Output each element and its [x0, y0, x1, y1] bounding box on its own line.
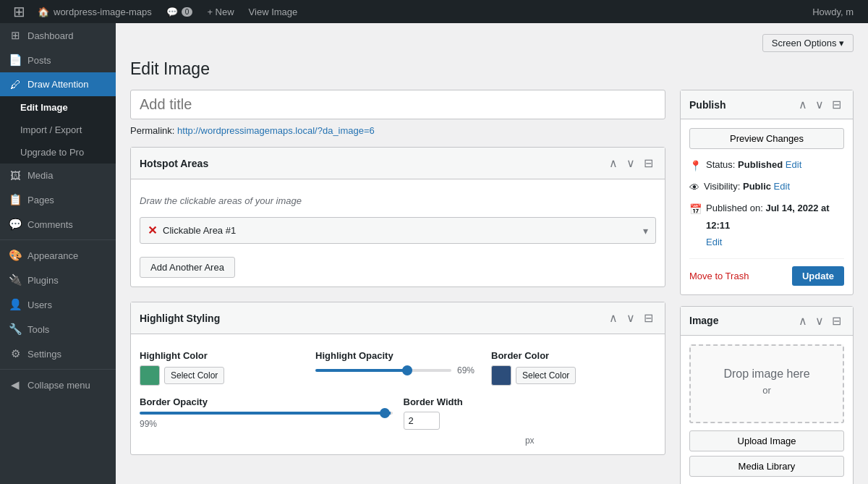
publish-meta: 📍 Status: Published Edit — [689, 156, 844, 251]
image-drop-zone[interactable]: Drop image here or — [689, 344, 844, 423]
published-edit-link[interactable]: Edit — [706, 237, 722, 247]
comments-badge: 0 — [182, 7, 193, 17]
status-row: 📍 Status: Published Edit — [689, 156, 844, 175]
visibility-label: Visibility: — [704, 181, 740, 192]
add-another-area-btn[interactable]: Add Another Area — [140, 257, 235, 278]
sidebar-item-label: Dashboard — [27, 30, 74, 41]
styling-collapse-up-btn[interactable]: ∧ — [606, 310, 621, 326]
border-color-swatch[interactable] — [491, 365, 511, 386]
image-panel-header: Image ∧ ∨ ⊟ — [681, 307, 853, 336]
border-color-label: Border Color — [491, 350, 656, 361]
howdy-text: Howdy, m — [812, 7, 861, 17]
image-panel-body: Drop image here or Upload Image Media Li… — [681, 336, 853, 484]
hotspot-collapse-down-btn[interactable]: ∨ — [624, 155, 638, 171]
sidebar-item-media[interactable]: 🖼 Media — [0, 164, 116, 187]
status-value: Published — [738, 159, 783, 170]
sidebar-item-posts[interactable]: 📄 Posts — [0, 48, 116, 72]
border-select-color-btn[interactable]: Select Color — [516, 367, 576, 384]
sidebar-item-label: Pages — [27, 195, 54, 205]
media-library-btn[interactable]: Media Library — [689, 456, 844, 477]
comments-icon: 💬 — [166, 7, 178, 17]
image-drag-btn[interactable]: ⊟ — [829, 313, 844, 329]
highlight-styling-panel: Highlight Styling ∧ ∨ ⊟ Highlight Color — [130, 302, 665, 455]
border-width-input[interactable] — [404, 412, 440, 430]
sidebar-item-label: Users — [27, 300, 52, 310]
screen-options-button[interactable]: Screen Options ▾ — [762, 34, 854, 52]
styling-collapse-down-btn[interactable]: ∨ — [624, 310, 638, 326]
border-width-field: Border Width px — [404, 396, 657, 446]
highlight-styling-header: Highlight Styling ∧ ∨ ⊟ — [131, 302, 665, 334]
sidebar-item-users[interactable]: 👤 Users — [0, 292, 116, 317]
sidebar-item-plugins[interactable]: 🔌 Plugins — [0, 268, 116, 292]
sidebar-collapse-menu[interactable]: ◀ Collapse menu — [0, 373, 116, 397]
publish-collapse-down-btn[interactable]: ∨ — [812, 96, 827, 113]
sidebar-item-comments[interactable]: 💬 Comments — [0, 212, 116, 237]
sidebar-item-draw-attention[interactable]: 🖊 Draw Attention — [0, 72, 116, 96]
sidebar-sub-edit-image[interactable]: Edit Image — [0, 96, 116, 119]
hotspot-collapse-up-btn[interactable]: ∧ — [606, 155, 621, 171]
upload-image-btn[interactable]: Upload Image — [689, 430, 844, 451]
sidebar-item-dashboard[interactable]: ⊞ Dashboard — [0, 23, 116, 48]
hotspot-areas-panel: Hotspot Areas ∧ ∨ ⊟ Draw the clickable a… — [130, 147, 665, 287]
preview-changes-btn[interactable]: Preview Changes — [689, 128, 844, 149]
styling-grid-row1: Highlight Color Select Color Highlight O… — [140, 343, 656, 393]
permalink-url: http://wordpressimagemaps.local/?da_imag… — [177, 125, 375, 136]
highlight-color-field: Highlight Color Select Color — [140, 350, 305, 386]
image-collapse-up-btn[interactable]: ∧ — [796, 313, 810, 329]
border-color-field: Border Color Select Color — [491, 350, 656, 386]
or-text: or — [705, 385, 828, 396]
comments-item[interactable]: 💬 0 — [159, 0, 200, 23]
highlight-select-color-btn[interactable]: Select Color — [164, 367, 224, 384]
sidebar-item-tools[interactable]: 🔧 Tools — [0, 317, 116, 341]
sidebar-sub-import-export[interactable]: Import / Export — [0, 119, 116, 141]
new-label: + New — [207, 7, 234, 17]
highlight-color-picker-row: Select Color — [140, 365, 305, 386]
image-panel-controls: ∧ ∨ ⊟ — [796, 313, 844, 329]
sidebar-sub-upgrade-pro[interactable]: Upgrade to Pro — [0, 141, 116, 164]
image-panel-title: Image — [689, 315, 796, 326]
title-input[interactable] — [130, 90, 665, 119]
visibility-text: Visibility: Public Edit — [704, 178, 844, 195]
highlight-opacity-row: 69% — [315, 365, 480, 375]
update-btn[interactable]: Update — [792, 266, 844, 286]
publish-panel-header: Publish ∧ ∨ ⊟ — [681, 90, 853, 119]
visibility-edit-link[interactable]: Edit — [774, 181, 790, 192]
hotspot-drag-btn[interactable]: ⊟ — [641, 155, 656, 171]
site-name-item[interactable]: 🏠 wordpress-image-maps — [30, 0, 159, 23]
sidebar-item-pages[interactable]: 📋 Pages — [0, 187, 116, 212]
posts-icon: 📄 — [9, 54, 22, 67]
styling-drag-btn[interactable]: ⊟ — [641, 310, 656, 326]
publish-drag-btn[interactable]: ⊟ — [829, 96, 844, 113]
border-opacity-slider[interactable] — [140, 412, 393, 415]
visibility-row: 👁 Visibility: Public Edit — [689, 178, 844, 197]
draw-attention-submenu: Edit Image Import / Export Upgrade to Pr… — [0, 96, 116, 164]
sidebar-item-appearance[interactable]: 🎨 Appearance — [0, 243, 116, 268]
permalink-link[interactable]: http://wordpressimagemaps.local/?da_imag… — [177, 125, 375, 136]
status-edit-link[interactable]: Edit — [786, 159, 801, 170]
move-trash-link[interactable]: Move to Trash — [689, 271, 749, 281]
wp-logo[interactable]: ⊞ — [7, 0, 30, 23]
highlight-opacity-slider[interactable] — [315, 369, 451, 372]
screen-options-bar: Screen Options ▾ — [130, 34, 854, 52]
highlight-opacity-value: 69% — [457, 365, 480, 375]
sidebar: ⊞ Dashboard 📄 Posts 🖊 Draw Attention Edi… — [0, 23, 116, 484]
sidebar-item-label: Posts — [27, 55, 51, 66]
permalink-label: Permalink: — [130, 125, 174, 136]
new-item[interactable]: + New — [200, 0, 241, 23]
hotspot-areas-body: Draw the clickable areas of your image ✕… — [131, 179, 665, 286]
toggle-area-1-btn[interactable]: ▾ — [643, 225, 648, 237]
sidebar-item-settings[interactable]: ⚙ Settings — [0, 341, 116, 366]
view-image-item[interactable]: View Image — [242, 0, 305, 23]
status-icon: 📍 — [689, 157, 702, 175]
sidebar-item-label: Comments — [27, 219, 73, 230]
delete-area-1-btn[interactable]: ✕ — [148, 224, 157, 237]
sidebar-divider — [0, 239, 116, 240]
styling-controls: ∧ ∨ ⊟ — [606, 310, 656, 326]
border-color-picker-row: Select Color — [491, 365, 656, 386]
highlight-color-swatch[interactable] — [140, 365, 160, 386]
image-collapse-down-btn[interactable]: ∨ — [812, 313, 827, 329]
clickable-area-1-label: Clickable Area #1 — [163, 225, 643, 236]
visibility-value: Public — [743, 181, 771, 192]
publish-collapse-up-btn[interactable]: ∧ — [796, 96, 810, 113]
publish-footer: Move to Trash Update — [689, 258, 844, 286]
